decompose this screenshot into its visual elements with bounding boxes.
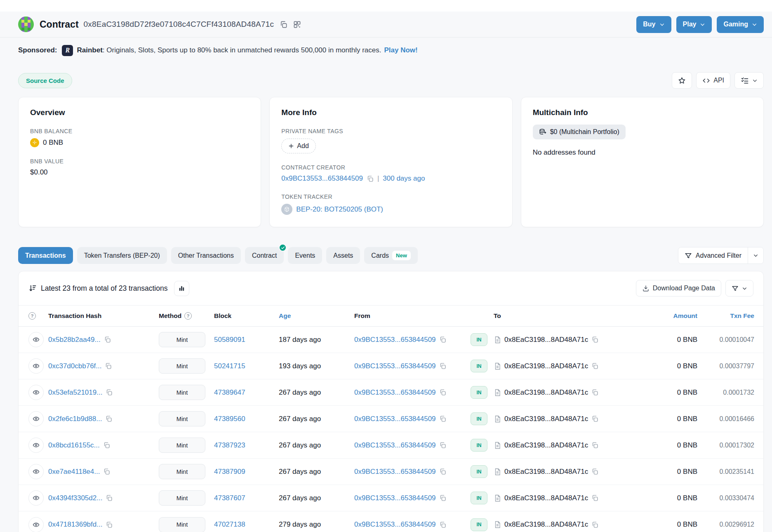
block-link[interactable]: 47389560 (214, 415, 245, 423)
tx-preview-button[interactable] (28, 438, 44, 453)
method-badge[interactable]: Mint (159, 332, 205, 347)
copy-icon[interactable] (105, 415, 112, 422)
favorite-button[interactable] (672, 72, 692, 89)
method-badge[interactable]: Mint (159, 490, 205, 506)
method-badge[interactable]: Mint (159, 385, 205, 400)
creator-address-link[interactable]: 0x9BC13553...653844509 (281, 174, 363, 183)
block-link[interactable]: 47387909 (214, 468, 245, 476)
copy-icon[interactable] (591, 363, 598, 370)
from-address-link[interactable]: 0x9BC13553...653844509 (354, 441, 436, 450)
tx-preview-button[interactable] (28, 517, 44, 532)
token-tracker-link[interactable]: BEP-20: BOT250205 (BOT) (296, 205, 383, 214)
copy-icon[interactable] (591, 468, 598, 475)
multichain-portfolio-badge[interactable]: $0 (Multichain Portfolio) (533, 125, 626, 139)
source-code-badge[interactable]: Source Code (18, 73, 72, 88)
tx-hash-link[interactable]: 0x4394f3305d2... (48, 494, 102, 502)
tab-contract[interactable]: Contract (245, 247, 284, 264)
block-link[interactable]: 47389647 (214, 388, 245, 396)
advanced-filter-button: Advanced Filter (678, 247, 764, 264)
copy-icon[interactable] (439, 415, 446, 422)
gaming-dropdown-button[interactable]: Gaming (717, 16, 764, 33)
copy-icon[interactable] (439, 363, 446, 370)
from-address-link[interactable]: 0x9BC13553...653844509 (354, 494, 436, 502)
col-fee-toggle[interactable]: Txn Fee (697, 312, 754, 320)
advanced-filter-main[interactable]: Advanced Filter (678, 247, 748, 264)
copy-icon[interactable] (591, 494, 598, 501)
to-address: 0x8EaC3198...8AD48A71c (504, 520, 588, 529)
qr-code-icon[interactable] (293, 21, 301, 28)
tx-preview-button[interactable] (28, 358, 44, 374)
copy-icon[interactable] (106, 521, 113, 528)
tx-preview-button[interactable] (28, 490, 44, 506)
copy-icon[interactable] (106, 389, 113, 396)
play-now-link[interactable]: Play Now! (384, 46, 417, 54)
copy-icon[interactable] (591, 336, 598, 343)
copy-icon[interactable] (439, 442, 446, 449)
tab-assets[interactable]: Assets (326, 247, 360, 264)
col-age-toggle[interactable]: Age (264, 312, 354, 320)
tab-token-transfers-bep-20[interactable]: Token Transfers (BEP-20) (77, 247, 167, 264)
tx-hash-link[interactable]: 0x47181369bfd... (48, 520, 102, 529)
copy-icon[interactable] (439, 468, 446, 475)
download-page-data-button[interactable]: Download Page Data (636, 280, 721, 297)
tab-other-transactions[interactable]: Other Transactions (171, 247, 241, 264)
method-badge[interactable]: Mint (159, 438, 205, 453)
copy-icon[interactable] (367, 175, 374, 182)
copy-icon[interactable] (105, 363, 112, 370)
block-link[interactable]: 50241715 (214, 362, 245, 370)
copy-icon[interactable] (103, 468, 110, 475)
copy-icon[interactable] (104, 336, 111, 343)
tx-hash-link[interactable]: 0x8bcd16155c... (48, 441, 100, 450)
copy-icon[interactable] (439, 389, 446, 396)
add-name-tag-button[interactable]: Add (281, 139, 315, 153)
table-filter-button[interactable] (725, 280, 753, 297)
copy-icon[interactable] (106, 494, 113, 501)
tx-hash-link[interactable]: 0xc37d0cbb76f... (48, 362, 101, 370)
help-icon[interactable]: ? (184, 312, 192, 320)
tab-events[interactable]: Events (288, 247, 322, 264)
copy-icon[interactable] (591, 521, 598, 528)
from-address-link[interactable]: 0x9BC13553...653844509 (354, 362, 436, 370)
tx-hash-link[interactable]: 0x2fe6c1b9d88... (48, 415, 102, 423)
method-badge[interactable]: Mint (159, 517, 205, 532)
chart-view-button[interactable] (174, 281, 189, 296)
tx-preview-button[interactable] (28, 464, 44, 479)
from-address-link[interactable]: 0x9BC13553...653844509 (354, 336, 436, 344)
copy-icon[interactable] (439, 494, 446, 501)
creation-age-link[interactable]: 300 days ago (383, 174, 425, 183)
copy-icon[interactable] (103, 442, 110, 449)
api-button[interactable]: API (696, 72, 730, 89)
tx-preview-button[interactable] (28, 332, 44, 347)
from-address-link[interactable]: 0x9BC13553...653844509 (354, 468, 436, 476)
block-link[interactable]: 47387607 (214, 494, 245, 502)
tx-preview-button[interactable] (28, 411, 44, 426)
block-link[interactable]: 47027138 (214, 520, 245, 528)
from-address-link[interactable]: 0x9BC13553...653844509 (354, 520, 436, 529)
tx-hash-link[interactable]: 0x53efa521019... (48, 388, 102, 397)
from-address-link[interactable]: 0x9BC13553...653844509 (354, 388, 436, 397)
copy-icon[interactable] (439, 336, 446, 343)
tx-preview-button[interactable] (28, 385, 44, 400)
advanced-filter-caret[interactable] (748, 247, 763, 264)
block-link[interactable]: 47387923 (214, 441, 245, 449)
tab-transactions[interactable]: Transactions (18, 247, 73, 264)
col-amount-toggle[interactable]: Amount (652, 312, 697, 320)
buy-dropdown-button[interactable]: Buy (636, 16, 671, 33)
method-badge[interactable]: Mint (159, 358, 205, 374)
tx-hash-link[interactable]: 0x5b28b2aa49... (48, 336, 101, 344)
copy-icon[interactable] (591, 389, 598, 396)
from-address-link[interactable]: 0x9BC13553...653844509 (354, 415, 436, 423)
copy-icon[interactable] (439, 521, 446, 528)
copy-icon[interactable] (591, 415, 598, 422)
copy-address-icon[interactable] (280, 21, 287, 28)
copy-icon[interactable] (591, 442, 598, 449)
method-badge[interactable]: Mint (159, 411, 205, 426)
play-dropdown-button[interactable]: Play (676, 16, 712, 33)
method-badge[interactable]: Mint (159, 464, 205, 479)
help-icon[interactable]: ? (28, 312, 36, 320)
tx-hash-link[interactable]: 0xe7ae4118e4... (48, 468, 100, 476)
options-button[interactable] (734, 72, 764, 89)
tab-cards[interactable]: CardsNew (364, 247, 417, 264)
txn-fee-text: 0.00016466 (697, 415, 754, 423)
block-link[interactable]: 50589091 (214, 336, 245, 344)
